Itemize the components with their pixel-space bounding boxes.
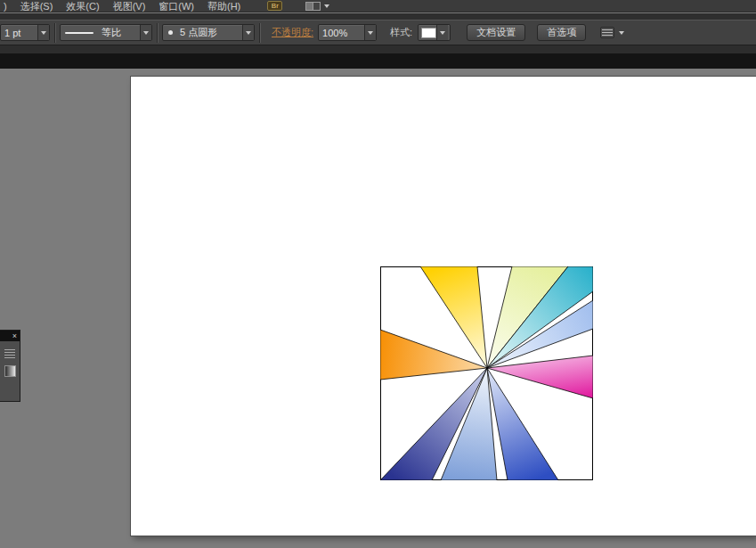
chevron-down-icon (143, 31, 149, 35)
menu-item-help[interactable]: 帮助(H) (207, 1, 240, 12)
brush-definition-combo[interactable]: 5 点圆形 (162, 24, 255, 41)
illustrator-window: ) 选择(S) 效果(C) 视图(V) 窗口(W) 帮助(H) Br 1 pt … (0, 0, 756, 548)
bridge-icon[interactable]: Br (267, 1, 282, 11)
panel-options-icon[interactable] (600, 27, 614, 38)
panel-header[interactable]: × (0, 331, 20, 341)
menu-item-select[interactable]: 选择(S) (20, 1, 53, 12)
opacity-value: 100% (319, 28, 364, 38)
style-label: 样式: (390, 26, 412, 39)
control-bar: 1 pt 等比 5 点圆形 不透明度: 100% 样式: 文档设置 首选项 (0, 20, 756, 45)
workspace-switcher-icon[interactable] (305, 2, 321, 11)
toolbar-separator (157, 23, 158, 43)
graphic-style-combo[interactable] (418, 24, 451, 41)
collapsed-panel: × (0, 330, 20, 402)
style-dropdown-button[interactable] (436, 25, 448, 40)
stroke-profile-label: 等比 (98, 26, 140, 39)
chevron-down-icon[interactable] (324, 4, 329, 8)
menu-item-window[interactable]: 窗口(W) (159, 1, 194, 12)
stroke-profile-dropdown-button[interactable] (140, 25, 151, 40)
brush-dropdown-button[interactable] (242, 25, 254, 40)
opacity-dropdown-button[interactable] (364, 25, 376, 40)
menu-item-clipped[interactable]: ) (4, 1, 7, 12)
workspace-pane-icon (313, 3, 320, 10)
menu-item-effect[interactable]: 效果(C) (66, 1, 99, 12)
pinwheel-artwork[interactable] (380, 266, 593, 480)
opacity-link-label[interactable]: 不透明度: (272, 26, 313, 39)
pasteboard (0, 69, 756, 548)
stroke-weight-value: 1 pt (1, 28, 37, 38)
pinwheel-artwork-container (380, 266, 593, 480)
menu-item-view[interactable]: 视图(V) (113, 1, 146, 12)
gradient-swatch-icon[interactable] (4, 365, 16, 377)
chevron-down-icon (440, 31, 445, 35)
document-setup-button[interactable]: 文档设置 (467, 24, 525, 41)
document-tab-strip (0, 53, 756, 69)
artboard[interactable] (131, 77, 756, 536)
chevron-down-icon[interactable] (619, 31, 624, 35)
close-icon[interactable]: × (10, 332, 20, 340)
preferences-button[interactable]: 首选项 (537, 24, 586, 41)
chevron-down-icon (41, 31, 46, 35)
brush-preview-dot-icon (168, 30, 173, 35)
style-swatch-icon (421, 28, 436, 38)
brush-definition-label: 5 点圆形 (176, 26, 242, 39)
controlbar-divider (0, 45, 756, 53)
opacity-combo[interactable]: 100% (318, 24, 377, 41)
chevron-down-icon (246, 31, 251, 35)
toolbar-separator (259, 23, 260, 43)
stroke-weight-dropdown-button[interactable] (37, 25, 49, 40)
panel-list-icon[interactable] (4, 349, 15, 358)
workspace-pane-icon (306, 3, 313, 10)
stroke-weight-combo[interactable]: 1 pt (0, 24, 50, 41)
menubar-divider (0, 13, 756, 20)
toolbar-separator (54, 23, 55, 43)
chevron-down-icon (368, 31, 373, 35)
stroke-profile-combo[interactable]: 等比 (60, 24, 152, 41)
menubar: ) 选择(S) 效果(C) 视图(V) 窗口(W) 帮助(H) Br (0, 0, 756, 12)
stroke-profile-preview-icon (65, 32, 93, 34)
